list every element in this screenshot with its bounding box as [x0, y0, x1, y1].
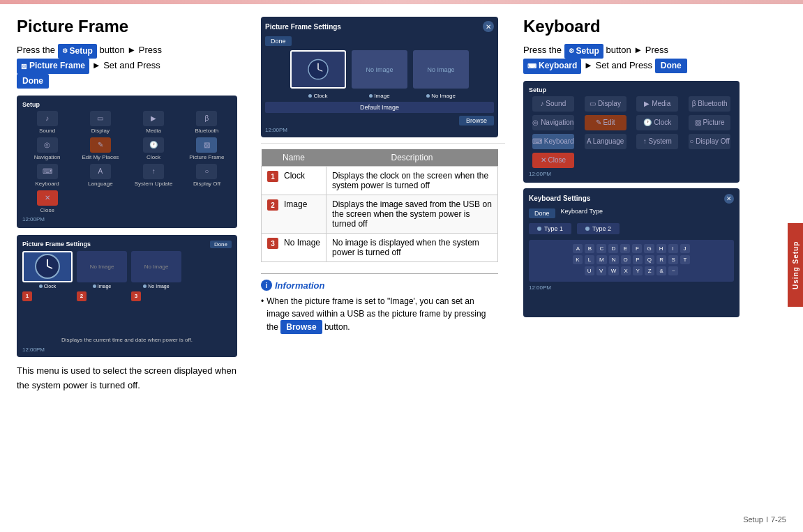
kb-key[interactable]: D: [608, 244, 618, 253]
kb-type-1[interactable]: Type 1: [529, 223, 571, 234]
kb-key[interactable]: J: [680, 244, 690, 253]
picture-frame-badge[interactable]: ▨ Picture Frame: [17, 59, 89, 73]
kb-key[interactable]: N: [609, 255, 619, 264]
row-num-3: 3: [267, 238, 278, 249]
info-text: • When the picture frame is set to "Imag…: [261, 295, 498, 334]
kb-key[interactable]: U: [585, 266, 594, 275]
info-bullet-end: button.: [324, 322, 350, 332]
kb-setup-screen-mockup: Setup ♪ Sound ▭ Display ▶ Media β Blueto…: [523, 81, 740, 183]
kb-setup-keyboard: ⌨ Keyboard: [529, 134, 578, 149]
setup-item-language: A Language: [75, 164, 125, 187]
pf-close-icon[interactable]: ✕: [483, 21, 494, 32]
kb-key[interactable]: X: [621, 266, 631, 275]
pf-done-button[interactable]: Done: [265, 36, 292, 46]
pf-settings-title: Picture Frame Settings: [265, 23, 341, 31]
kb-settings-mockup: Keyboard Settings ✕ Done Keyboard Type T…: [523, 188, 740, 317]
kb-key[interactable]: R: [656, 255, 666, 264]
kb-section-title: Keyboard: [523, 17, 786, 36]
setup-item-display-off: ○ Display Off: [182, 164, 232, 187]
setup-item-navigation: ◎ Navigation: [22, 137, 72, 160]
pf-default-image-label: Default Image: [265, 102, 494, 113]
description-table: Name Description 1 Clock Displays the cl…: [261, 149, 498, 262]
kb-key[interactable]: L: [585, 255, 594, 264]
kb-key[interactable]: ~: [668, 266, 678, 275]
table-row: 2 Image Displays the image saved from th…: [262, 195, 498, 234]
kb-key[interactable]: Z: [645, 266, 654, 275]
kb-key[interactable]: W: [608, 266, 620, 275]
pf-body-text: This menu is used to select the screen d…: [17, 364, 243, 393]
table-header-desc: Description: [327, 149, 498, 167]
divider: [261, 143, 505, 144]
pf-sm-time: 12:00PM: [22, 347, 45, 353]
setup-item-display: ▭ Display: [75, 111, 125, 134]
kb-key[interactable]: F: [632, 244, 642, 253]
row-num-1: 1: [267, 171, 278, 182]
kb-setup-display-off: ○ Display Off: [685, 134, 734, 149]
kb-done-button[interactable]: Done: [529, 208, 555, 218]
kb-key[interactable]: V: [596, 266, 606, 275]
kb-done-badge[interactable]: Done: [655, 59, 687, 73]
press-text-2: button ► Press: [100, 45, 162, 55]
setup-screen-time-1: 12:00PM: [22, 216, 232, 222]
pf-image-option[interactable]: No Image: [352, 50, 407, 89]
press-text-1: Press the: [17, 45, 55, 55]
setup-badge[interactable]: ⚙ Setup: [58, 44, 97, 59]
setup-item-bluetooth: β Bluetooth: [182, 111, 232, 134]
row-desc-no-image: No image is displayed when the system po…: [327, 234, 498, 262]
kb-key[interactable]: B: [585, 244, 594, 253]
kb-press-text-3: ► Set and Press: [584, 60, 652, 70]
kb-key[interactable]: C: [596, 244, 606, 253]
pf-no-image-option[interactable]: No Image: [413, 50, 469, 89]
kb-press-text-2: button ► Press: [606, 45, 668, 55]
kb-setup-system: ↑ System: [633, 134, 682, 149]
setup-item-picture-frame: ▨ Picture Frame: [182, 137, 232, 160]
kb-keyboard-badge[interactable]: ⌨ Keyboard: [523, 59, 581, 73]
done-badge-pf[interactable]: Done: [17, 74, 49, 89]
using-setup-tab: Using Setup: [788, 223, 803, 307]
info-header-label: Information: [275, 280, 325, 291]
setup-item-media: ▶ Media: [129, 111, 179, 134]
kb-close-icon[interactable]: ✕: [724, 194, 734, 204]
kb-key[interactable]: M: [596, 255, 607, 264]
kb-key[interactable]: S: [668, 255, 678, 264]
footer-page: 7-25: [771, 515, 786, 524]
browse-badge[interactable]: Browse: [280, 320, 322, 334]
kb-key[interactable]: G: [644, 244, 654, 253]
kb-key[interactable]: T: [680, 255, 690, 264]
pf-clock-option[interactable]: [290, 50, 346, 89]
pf-browse-button[interactable]: Browse: [459, 116, 494, 126]
kb-key[interactable]: E: [620, 244, 630, 253]
kb-type-label: Keyboard Type: [561, 208, 603, 215]
row-num-2: 2: [267, 199, 278, 211]
setup-item-clock: 🕐 Clock: [129, 137, 179, 160]
press-text-3: ► Set and Press: [92, 60, 160, 70]
row-name-image: Image: [284, 199, 307, 209]
kb-key[interactable]: Y: [633, 266, 643, 275]
kb-setup-time: 12:00PM: [529, 171, 734, 177]
pf-settings-sm-mockup: Picture Frame Settings Done Clock No Ima…: [17, 235, 237, 357]
kb-key[interactable]: H: [656, 244, 666, 253]
kb-settings-title: Keyboard Settings: [529, 195, 590, 202]
kb-setup-badge[interactable]: ⚙ Setup: [564, 44, 603, 59]
kb-setup-edit: ✎ Edit: [581, 115, 630, 130]
footer-separator: I: [766, 515, 768, 524]
row-desc-image: Displays the image saved from the USB on…: [327, 195, 498, 234]
footer-setup-label: Setup: [743, 515, 763, 524]
kb-key[interactable]: A: [573, 244, 583, 253]
kb-key[interactable]: K: [573, 255, 583, 264]
kb-key[interactable]: O: [621, 255, 631, 264]
pf-section-title: Picture Frame: [17, 17, 243, 36]
kb-setup-display: ▭ Display: [581, 96, 630, 112]
kb-type-2[interactable]: Type 2: [577, 223, 620, 234]
kb-key[interactable]: I: [668, 244, 678, 253]
kb-key[interactable]: P: [633, 255, 643, 264]
pf-setup-screen-mockup: Setup ♪ Sound ▭ Display ▶ Media β Blueto…: [17, 96, 237, 228]
kb-key[interactable]: Q: [645, 255, 654, 264]
kb-setup-sound: ♪ Sound: [529, 96, 578, 112]
kb-keys-area: A B C D E F G H I J K L M N O P: [529, 240, 734, 282]
kb-key[interactable]: &: [656, 266, 666, 275]
kb-setup-media: ▶ Media: [633, 96, 682, 112]
kb-instructions: Press the ⚙ Setup button ► Press ⌨ Keybo…: [523, 43, 786, 74]
setup-item-keyboard: ⌨ Keyboard: [22, 164, 72, 187]
pf-instructions: Press the ⚙ Setup button ► Press ▨ Pictu…: [17, 43, 243, 89]
